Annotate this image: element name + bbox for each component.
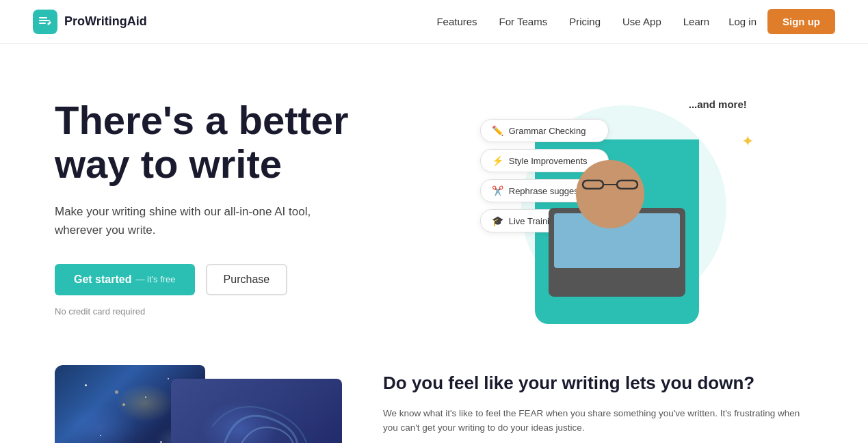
bottom-images: My idea in my head [55,365,342,443]
svg-rect-1 [39,20,50,21]
bottom-section: My idea in my head Do you feel like your… [0,351,868,443]
get-started-button[interactable]: Get started — it's free [55,264,195,295]
style-icon: ⚡ [492,155,503,166]
nav-features[interactable]: Features [436,16,477,27]
person-glasses [581,178,639,194]
nav-use-app[interactable]: Use App [622,16,661,27]
logo[interactable]: ProWritingAid [33,10,147,34]
logo-icon [33,10,57,34]
nav-pricing[interactable]: Pricing [569,16,601,27]
bottom-text: Do you feel like your writing lets you d… [383,365,813,435]
bottom-heading: Do you feel like your writing lets you d… [383,372,813,395]
hero-title: There's a better way to write [55,98,434,186]
nav-links: Features For Teams Pricing Use App Learn [436,16,709,28]
signup-button[interactable]: Sign up [767,9,835,34]
grammar-icon: ✏️ [492,125,503,136]
hero-section: There's a better way to write Make your … [0,44,868,351]
and-more-label: ...and more! [689,98,747,110]
svg-rect-4 [617,180,637,189]
star-icon: ✦ [741,133,754,150]
nav-learn[interactable]: Learn [683,16,709,27]
hero-right: ✏️ Grammar Checking ⚡ Style Improvements… [434,85,814,331]
second-illustration: My idea in my head [171,379,342,443]
pill-grammar: ✏️ Grammar Checking [480,119,609,142]
no-credit-text: No credit card required [55,306,434,317]
rephrase-icon: ✂️ [492,185,503,196]
nav-for-teams[interactable]: For Teams [499,16,548,27]
hero-subtitle: Make your writing shine with our all-in-… [55,202,328,239]
hero-left: There's a better way to write Make your … [55,85,434,317]
svg-rect-0 [39,17,47,18]
hero-buttons: Get started — it's free Purchase [55,264,434,295]
hero-illustration: ✏️ Grammar Checking ⚡ Style Improvements… [494,92,754,324]
training-icon: 🎓 [492,215,503,226]
logo-text: ProWritingAid [64,14,147,29]
purchase-button[interactable]: Purchase [206,264,288,295]
person-head [576,160,644,228]
navbar: ProWritingAid Features For Teams Pricing… [0,0,868,44]
login-link[interactable]: Log in [728,16,757,27]
svg-rect-3 [583,180,603,189]
bottom-body: We know what it's like to feel the FEAR … [383,406,813,435]
svg-rect-2 [39,23,46,24]
